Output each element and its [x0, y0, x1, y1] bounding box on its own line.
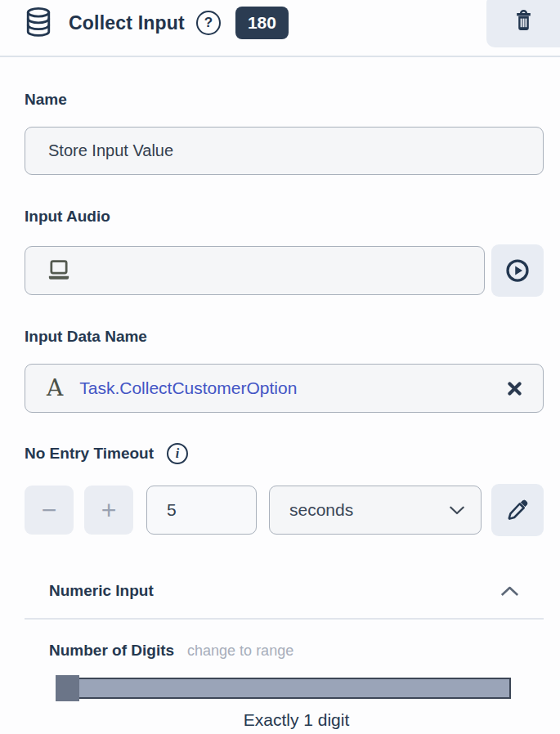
- decrement-button[interactable]: −: [25, 486, 74, 535]
- trash-icon: [513, 9, 535, 34]
- numeric-input-section-header: Numeric Input: [25, 582, 544, 600]
- help-icon[interactable]: ?: [196, 11, 221, 35]
- info-glyph: i: [176, 446, 179, 461]
- help-glyph: ?: [204, 15, 213, 31]
- slider-handle[interactable]: [56, 675, 79, 701]
- name-input[interactable]: [25, 127, 544, 175]
- slider-track[interactable]: [56, 678, 511, 699]
- clear-x-icon: [508, 382, 522, 396]
- count-badge: 180: [235, 7, 289, 38]
- delete-button[interactable]: [486, 0, 560, 47]
- data-name-input-container: A: [25, 364, 544, 413]
- name-label: Name: [25, 91, 544, 109]
- timeout-unit-select[interactable]: seconds: [269, 486, 482, 535]
- chevron-up-icon: [500, 586, 519, 597]
- input-audio-label: Input Audio: [25, 208, 544, 226]
- play-icon: [505, 258, 530, 283]
- section-divider: [25, 618, 544, 620]
- numeric-input-title: Numeric Input: [49, 582, 154, 600]
- play-audio-button[interactable]: [491, 244, 544, 297]
- settings-panel: Name Input Audio Input Data Name A No: [0, 91, 560, 730]
- audio-input-container: [25, 246, 485, 295]
- database-icon: [25, 7, 52, 39]
- clear-button[interactable]: [504, 378, 525, 399]
- page-title: Collect Input: [69, 12, 185, 34]
- timeout-value-input[interactable]: [146, 486, 257, 535]
- pencil-icon: [505, 498, 530, 522]
- digits-caption: Exactly 1 digit: [49, 710, 544, 730]
- edit-expression-button[interactable]: [491, 484, 544, 536]
- increment-button[interactable]: +: [84, 486, 133, 535]
- collapse-section-button[interactable]: [499, 584, 521, 598]
- plus-icon: +: [101, 497, 117, 523]
- data-name-input[interactable]: [79, 378, 504, 398]
- minus-icon: −: [42, 497, 57, 523]
- input-data-name-label: Input Data Name: [25, 328, 544, 346]
- change-to-range-link[interactable]: change to range: [187, 642, 293, 660]
- info-icon[interactable]: i: [167, 443, 188, 464]
- chevron-down-icon: [450, 506, 464, 515]
- audio-input[interactable]: [84, 262, 473, 280]
- laptop-icon: [47, 260, 71, 281]
- panel-header: Collect Input ? 180: [0, 0, 560, 57]
- number-of-digits-label: Number of Digits: [49, 642, 174, 660]
- letter-a-icon: A: [47, 377, 63, 400]
- no-entry-timeout-label: No Entry Timeout: [25, 445, 154, 463]
- digits-slider: [56, 675, 511, 701]
- selected-unit: seconds: [289, 500, 353, 520]
